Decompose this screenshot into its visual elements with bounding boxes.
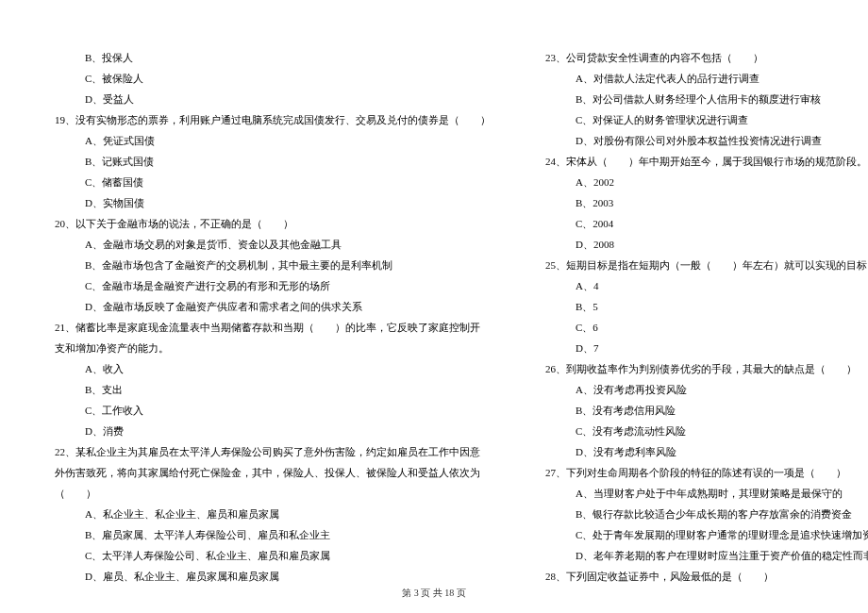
option: D、没有考虑利率风险 [528,441,868,462]
option: A、2002 [528,172,868,192]
option: B、金融市场包含了金融资产的交易机制，其中最主要的是利率机制 [38,255,491,275]
option: D、老年养老期的客户在理财时应当注重于资产价值的稳定性而非增长性 [528,545,868,566]
option: B、5 [528,296,868,317]
option: C、工作收入 [38,400,491,421]
option: C、处于青年发展期的理财客户通常的理财理念是追求快速增加资本积累 [528,524,868,545]
question: 24、宋体从（ ）年中期开始至今，属于我国银行市场的规范阶段。 [528,151,868,172]
option: C、没有考虑流动性风险 [528,421,868,441]
question-cont: 支和增加净资产的能力。 [38,338,491,358]
question: 23、公司贷款安全性调查的内容不包括（ ） [528,47,868,68]
right-column: 23、公司贷款安全性调查的内容不包括（ ） A、对借款人法定代表人的品行进行调查… [509,47,868,585]
option: D、对股份有限公司对外股本权益性投资情况进行调查 [528,130,868,151]
option: A、凭证式国债 [38,130,491,151]
option: D、实物国债 [38,192,491,213]
option: C、太平洋人寿保险公司、私企业主、雇员和雇员家属 [38,545,491,566]
option: D、受益人 [38,89,491,109]
option: B、支出 [38,379,491,400]
option: B、雇员家属、太平洋人寿保险公司、雇员和私企业主 [38,524,491,545]
option: B、2003 [528,192,868,213]
option: C、金融市场是金融资产进行交易的有形和无形的场所 [38,275,491,296]
option: C、被保险人 [38,68,491,89]
option: A、没有考虑再投资风险 [528,379,868,400]
option: B、投保人 [38,47,491,68]
question: 22、某私企业主为其雇员在太平洋人寿保险公司购买了意外伤害险，约定如雇员在工作中… [38,441,491,462]
question: 28、下列固定收益证券中，风险最低的是（ ） [528,566,868,587]
question: 19、没有实物形态的票券，利用账户通过电脑系统完成国债发行、交易及兑付的债券是（… [38,109,491,130]
question-cont: （ ） [38,483,491,504]
option: D、消费 [38,421,491,441]
question: 27、下列对生命周期各个阶段的特征的陈述有误的一项是（ ） [528,462,868,483]
option: B、没有考虑信用风险 [528,400,868,421]
option: C、对保证人的财务管理状况进行调查 [528,109,868,130]
option: D、金融市场反映了金融资产供应者和需求者之间的供求关系 [38,296,491,317]
page-content: B、投保人 C、被保险人 D、受益人 19、没有实物形态的票券，利用账户通过电脑… [0,0,868,613]
option: D、雇员、私企业主、雇员家属和雇员家属 [38,566,491,587]
page-footer: 第 3 页 共 18 页 [0,587,868,600]
option: A、收入 [38,358,491,379]
option: C、6 [528,317,868,338]
option: B、银行存款比较适合少年成长期的客户存放富余的消费资金 [528,504,868,524]
option: D、2008 [528,234,868,255]
option: A、当理财客户处于中年成熟期时，其理财策略是最保守的 [528,483,868,504]
question: 20、以下关于金融市场的说法，不正确的是（ ） [38,213,491,234]
left-column: B、投保人 C、被保险人 D、受益人 19、没有实物形态的票券，利用账户通过电脑… [19,47,509,585]
option: D、7 [528,338,868,358]
option: C、2004 [528,213,868,234]
question: 25、短期目标是指在短期内（一般（ ）年左右）就可以实现的目标。 [528,255,868,275]
question-cont: 外伤害致死，将向其家属给付死亡保险金，其中，保险人、投保人、被保险人和受益人依次… [38,462,491,483]
option: B、对公司借款人财务经理个人信用卡的额度进行审核 [528,89,868,109]
option: A、对借款人法定代表人的品行进行调查 [528,68,868,89]
option: A、4 [528,275,868,296]
option: B、记账式国债 [38,151,491,172]
option: C、储蓄国债 [38,172,491,192]
option: A、金融市场交易的对象是货币、资金以及其他金融工具 [38,234,491,255]
question: 26、到期收益率作为判别债券优劣的手段，其最大的缺点是（ ） [528,358,868,379]
question: 21、储蓄比率是家庭现金流量表中当期储蓄存款和当期（ ）的比率，它反映了家庭控制… [38,317,491,338]
option: A、私企业主、私企业主、雇员和雇员家属 [38,504,491,524]
